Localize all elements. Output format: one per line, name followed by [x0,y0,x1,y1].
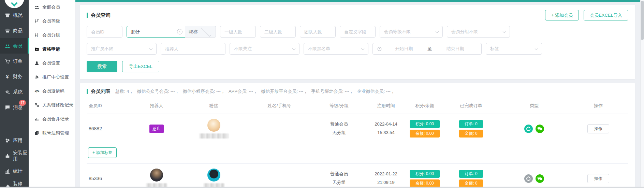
scrollbar[interactable] [640,0,644,188]
member-settings-icon [34,60,40,66]
sidebar-label: 应用 [13,138,23,144]
level2-count-input[interactable] [260,26,296,38]
clear-input-icon[interactable]: × [177,29,182,34]
submenu-item-relation-log[interactable]: 关系链修改记录 [29,98,75,112]
sidebar-label: 财务 [13,74,23,80]
member-id-input[interactable] [87,26,122,38]
member-id-value: 85336 [87,176,131,181]
official-account-icon[interactable] [524,125,533,133]
add-member-button[interactable]: + 添加会员 [545,10,579,20]
points-badge: 积分: 0.00 [410,170,440,178]
col-type: 类型 [500,103,568,109]
fan-avatar[interactable] [207,119,220,132]
scrollbar-thumb[interactable] [641,1,644,40]
level1-count-input[interactable] [220,26,256,38]
member-group-select[interactable]: 会员分组不限 [447,26,510,38]
sidebar-item-goods[interactable]: 商品 [0,23,29,38]
stat-wechat-mini: 微信小程序会员: ---， [183,88,225,95]
submenu-item-all-members[interactable]: 全部会员 [29,0,75,14]
follow-status-select[interactable]: 不限关注 [230,43,299,55]
sidebar-item-apps[interactable]: 应用 [0,133,29,148]
add-tag-row: + 添加标签 [87,143,628,164]
referrer-badge: 总店 [149,125,164,133]
nickname-input[interactable] [127,26,185,38]
member-level: 普通会员 [330,120,348,129]
col-member-id: 会员ID [87,103,131,109]
chevron-down-icon [361,47,365,50]
submenu-item-member-group[interactable]: AZ 会员分组 [29,28,75,42]
window-bottom-edge [0,187,644,188]
stat-total: 总数: 4， [115,88,133,95]
sidebar-item-finance[interactable]: ¥ 财务 [0,69,29,84]
invite-code-icon: </> [34,88,40,94]
sidebar-item-orders[interactable]: 订单 [0,54,29,69]
nickname-field-select[interactable]: 昵称 [185,26,216,38]
admin-page: 概况 商品 会员 订单 ¥ 财务 系统 消息 17 应用 [0,0,644,188]
member-level: 普通会员 [330,170,348,178]
sidebar-item-install-apps[interactable]: 安装应用 [0,148,29,163]
date-range-picker[interactable]: 开始日期 至 结束日期 [372,43,482,55]
reg-time: 21:09:19 [375,178,397,187]
submenu-item-qualification[interactable]: 资格申请 [29,42,75,56]
fan-avatar[interactable] [207,169,220,182]
sidebar-item-overview[interactable]: 概况 [0,8,29,23]
sidebar-label: 安装应用 [13,150,29,162]
add-tag-button[interactable]: + 添加标签 [88,147,117,158]
sidebar-item-stats[interactable]: 统计 [0,163,29,179]
chevron-down-icon [503,30,506,33]
sidebar-item-system[interactable]: 系统 [0,84,29,100]
team-count-input[interactable] [300,26,336,38]
sidebar-label: 会员 [13,43,23,49]
apps-icon [4,138,10,143]
tag-select-value: 标签 [490,46,535,52]
reg-date: 2022-01-22 [375,170,397,178]
row-action-button[interactable]: 操作 [587,174,609,183]
finance-icon: ¥ [4,74,10,79]
blacklist-select-value: 不限黑名单 [308,46,362,52]
main-content: 会员查询 + 添加会员 会员EXCEL导入 × 昵称 [75,0,644,188]
sidebar-item-members[interactable]: 会员 [0,38,29,54]
tag-select[interactable]: 标签 [486,43,542,55]
chevron-down-icon [436,30,439,33]
relation-log-icon [34,102,40,108]
custom-field-input[interactable] [340,26,376,38]
top-accent-bar [75,0,644,2]
submenu-item-promo-center[interactable]: 推广中心设置 [29,70,75,84]
submenu-item-member-level[interactable]: 会员等级 [29,14,75,28]
app-logo[interactable] [4,0,24,8]
submenu-item-merge-record[interactable]: 会员合并记录 [29,112,75,126]
filter-row-2: 推广员不限 不限关注 不限黑名单 开始日期 至 结束日期 [87,43,628,55]
submenu-item-invite-code[interactable]: </> 会员邀请码 [29,84,75,98]
export-excel-button[interactable]: 导出EXCEL [122,61,159,72]
blacklist-select[interactable]: 不限黑名单 [304,43,368,55]
submenu-label: 关系链修改记录 [42,102,73,108]
col-fans: 粉丝 [182,103,245,109]
orders-icon [4,58,10,64]
submenu-item-member-settings[interactable]: 会员设置 [29,56,75,70]
sidebar-label: 系统 [13,89,23,95]
excel-import-button[interactable]: 会员EXCEL导入 [584,10,628,20]
col-name-phone: 姓名/手机号 [245,103,313,109]
submenu-label: 账号注销管理 [42,130,69,136]
sidebar-item-messages[interactable]: 消息 17 [0,100,29,115]
list-card-title-text: 会员列表 [91,88,111,95]
promoter-select[interactable]: 推广员不限 [87,43,157,55]
official-account-icon-inactive[interactable] [524,174,533,183]
follow-select-value: 不限关注 [234,46,293,52]
wechat-icon[interactable] [536,174,544,183]
stat-phone-bound: 手机号绑定会员: ---， [311,88,353,95]
submenu-label: 会员等级 [42,18,60,24]
reg-date: 2022-04-14 [375,120,397,129]
search-button[interactable]: 搜索 [87,61,117,72]
wechat-icon[interactable] [536,125,544,133]
submenu-item-account-cancel[interactable]: 账号注销管理 [29,126,75,140]
stat-work-wechat: 企业微信会员: ---， [357,88,395,95]
member-grade-select[interactable]: 会员等级不限 [380,26,443,38]
amount-badge: 金额: 0 [459,130,483,138]
referrer-avatar[interactable] [150,169,163,182]
row-action-button[interactable]: 操作 [587,124,609,133]
balance-badge: 余额: 0.00 [410,130,440,138]
svg-text:Z: Z [37,35,38,37]
referrer-input[interactable] [161,43,225,55]
primary-sidebar: 概况 商品 会员 订单 ¥ 财务 系统 消息 17 应用 [0,0,29,188]
